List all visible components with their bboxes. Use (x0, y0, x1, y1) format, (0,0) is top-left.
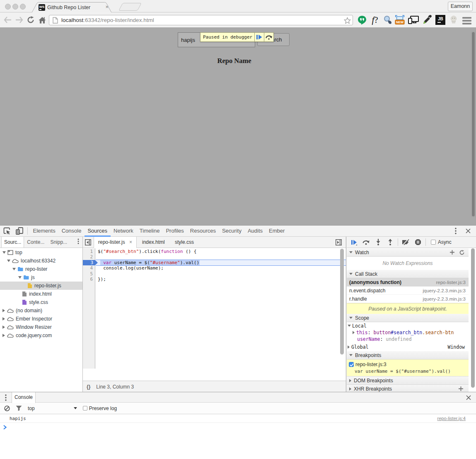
forward-icon[interactable] (14, 12, 24, 27)
call-stack-frame[interactable]: r.handle jquery-2.2.3.min.js:3 (347, 295, 469, 303)
scope-this-row[interactable]: this: button#search_btn.search-btn (347, 329, 469, 336)
profile-button[interactable]: Eamonn (448, 2, 473, 11)
page-scrollbar[interactable] (471, 31, 476, 217)
pretty-print-icon[interactable]: {} (87, 384, 90, 390)
scope-section-header[interactable]: Scope (347, 314, 469, 322)
reload-icon[interactable] (26, 12, 36, 27)
tab-elements[interactable]: Elements (30, 226, 58, 236)
call-stack-frame[interactable]: n.event.dispatch jquery-2.2.3.min.js:3 (347, 287, 469, 295)
breakpoints-section-header[interactable]: Breakpoints (347, 351, 469, 359)
tab-network[interactable]: Network (111, 226, 137, 236)
inspect-element-icon[interactable] (1, 226, 13, 236)
breakpoint-checkbox[interactable] (349, 362, 354, 367)
disabled-extension-icon[interactable] (448, 15, 459, 25)
line-number[interactable]: 4 (83, 265, 93, 271)
resume-script-banner-button[interactable] (254, 33, 264, 41)
line-number[interactable]: 5 (83, 271, 93, 277)
editor-tab-repo-lister-js[interactable]: repo-lister.js × (94, 237, 137, 248)
tree-item-index-html[interactable]: index.html (0, 290, 82, 298)
minimize-window-button[interactable] (12, 4, 18, 10)
resume-script-icon[interactable] (348, 237, 360, 248)
watch-section-header[interactable]: Watch (347, 248, 469, 257)
tree-item-localhost[interactable]: localhost:63342 (0, 257, 82, 265)
refresh-watch-icon[interactable] (459, 250, 464, 255)
bookmark-star-icon[interactable] (344, 17, 351, 26)
devtools-close-icon[interactable] (462, 226, 474, 236)
editor-scrollbar[interactable] (340, 249, 344, 355)
drawer-tab-console[interactable]: Console (12, 392, 36, 403)
show-right-sidebar-icon[interactable] (336, 239, 342, 247)
add-watch-icon[interactable] (450, 250, 454, 255)
home-icon[interactable] (37, 12, 47, 27)
drawer-menu-icon[interactable] (5, 394, 7, 403)
clear-console-icon[interactable] (1, 403, 13, 414)
async-checkbox[interactable] (431, 240, 436, 245)
tab-sources[interactable]: Sources (85, 226, 111, 236)
filter-icon[interactable] (13, 403, 25, 414)
eyedropper-extension-icon[interactable] (422, 15, 433, 25)
step-over-banner-button[interactable] (264, 33, 273, 41)
tree-item-window-resizer[interactable]: Window Resizer (0, 323, 82, 331)
tree-item-no-domain[interactable]: (no domain) (0, 306, 82, 315)
step-into-icon[interactable] (372, 237, 384, 248)
function-help-extension-icon[interactable]: f? (370, 15, 380, 25)
context-dropdown-icon[interactable] (74, 407, 77, 409)
tab-audits[interactable]: Audits (244, 226, 266, 236)
add-xhr-breakpoint-icon[interactable] (459, 386, 463, 391)
breakpoint-execution-marker[interactable]: 3 (83, 260, 98, 265)
hangouts-extension-icon[interactable] (357, 15, 367, 25)
editor-tab-index-html[interactable]: index.html (138, 237, 169, 248)
tab-profiles[interactable]: Profiles (163, 226, 187, 236)
tree-item-code-jquery-com[interactable]: code.jquery.com (0, 331, 82, 340)
deactivate-breakpoints-icon[interactable] (400, 237, 412, 248)
console-prompt[interactable] (0, 423, 476, 431)
scope-username-row[interactable]: userName: undefined (347, 336, 469, 342)
navigator-tab-snippets[interactable]: Snipp... (47, 237, 70, 248)
tree-item-ember-inspector[interactable]: Ember Inspector (0, 315, 82, 323)
step-out-icon[interactable] (384, 237, 396, 248)
line-number[interactable]: 6 (83, 277, 93, 282)
tab-security[interactable]: Security (219, 226, 244, 236)
address-bar[interactable]: localhost:63342/repo-lister/index.html (49, 15, 353, 25)
scope-global-row[interactable]: Global Window (347, 342, 469, 351)
chrome-menu-icon[interactable] (462, 15, 472, 26)
tree-item-top[interactable]: top (0, 248, 82, 257)
tree-item-js-folder[interactable]: js (0, 273, 82, 282)
jetbrains-ide-extension-icon[interactable]: JB (435, 15, 446, 25)
step-over-icon[interactable] (360, 237, 372, 248)
window-resizer-extension-icon[interactable]: NEW (394, 14, 405, 25)
tab-ember[interactable]: Ember (266, 226, 288, 236)
tree-item-style-css[interactable]: style.css (0, 298, 82, 306)
drawer-close-icon[interactable] (466, 394, 471, 402)
back-icon[interactable] (2, 12, 12, 27)
line-number[interactable]: 1 (83, 249, 93, 254)
editor-tab-style-css[interactable]: style.css (171, 237, 198, 248)
console-log-source-link[interactable]: repo-lister.js:4 (437, 416, 466, 421)
zoom-window-button[interactable] (20, 4, 26, 10)
magnifier-extension-icon[interactable] (382, 15, 393, 25)
console-log-entry[interactable]: hapijs repo-lister.js:4 (0, 414, 476, 423)
sidebar-scrollbar[interactable] (471, 248, 475, 388)
device-toolbar-icon[interactable] (13, 226, 26, 236)
browser-tab[interactable]: WS Github Repo Lister × (31, 2, 113, 12)
close-window-button[interactable] (5, 4, 11, 10)
line-number[interactable]: 2 (83, 254, 93, 260)
navigator-menu-icon[interactable] (77, 238, 79, 246)
hide-navigator-icon[interactable] (85, 239, 91, 247)
new-tab-button[interactable] (118, 3, 142, 11)
code-area[interactable]: 1 2 4 5 6 3 $("#search_btn").click(funct… (83, 248, 346, 369)
context-selector[interactable]: top (28, 406, 35, 411)
breakpoint-entry[interactable]: repo-lister.js:3 var userName = $("#user… (347, 359, 469, 376)
editor-tab-close-icon[interactable]: × (129, 239, 132, 245)
tab-close-icon[interactable]: × (105, 4, 109, 10)
tree-item-repo-lister-folder[interactable]: repo-lister (0, 265, 82, 273)
preserve-log-checkbox[interactable] (83, 406, 87, 410)
navigator-tab-sources[interactable]: Sourc... (1, 237, 24, 248)
scope-local-row[interactable]: Local (347, 322, 469, 329)
navigator-tab-content-scripts[interactable]: Conte... (24, 237, 47, 248)
pause-on-exceptions-icon[interactable] (412, 237, 424, 248)
dom-breakpoints-section-header[interactable]: DOM Breakpoints (347, 376, 469, 385)
call-stack-section-header[interactable]: Call Stack (347, 270, 469, 278)
tab-resources[interactable]: Resources (187, 226, 219, 236)
devtools-menu-icon[interactable] (449, 226, 462, 236)
